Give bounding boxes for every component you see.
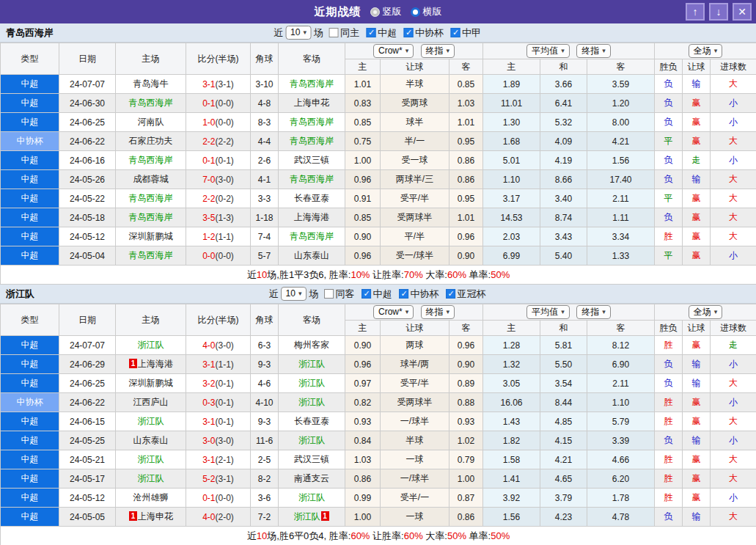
league-checkbox-csl[interactable] [362,289,371,299]
home-team-name: 山东泰山 [133,435,169,445]
mode-label-horizontal[interactable]: 横版 [423,5,442,18]
home-team-cell: 1上海海港 [116,355,186,374]
company-ref-select[interactable]: 终指▾ [421,305,455,319]
halftime-score: (0-0) [216,251,234,261]
avg-home-odds-cell: 1.28 [483,336,540,355]
chevron-down-icon: ▾ [298,288,302,299]
score-cell: 0-0(0-0) [186,246,251,266]
halftime-score: (2-0) [216,512,234,522]
mode-label-vertical[interactable]: 竖版 [383,5,402,18]
away-team-cell: 浙江队1 [279,508,345,527]
goals-result-cell: 小 [711,355,756,374]
radio-icon[interactable] [370,7,380,17]
mode-radio-horizontal[interactable]: 横版 [411,5,442,18]
corners-cell: 7-2 [251,508,279,527]
avg-home-odds-cell: 16.06 [483,393,540,412]
subheader-handicap-result: 让球 [683,321,711,336]
away-team-cell: 梅州客家 [279,336,345,355]
average-ref-select[interactable]: 终指▾ [576,44,611,58]
home-team-name: 青岛西海岸 [129,193,173,203]
crow-away-odds-cell: 0.88 [449,393,483,412]
match-type-cell: 中超 [1,75,59,94]
chevron-down-icon: ▾ [602,45,606,56]
fulltime-score: 3-1 [202,417,215,427]
away-team-name: 上海海港 [294,212,329,222]
company-ref-select[interactable]: 终指▾ [421,44,455,58]
chevron-down-icon: ▾ [602,307,606,318]
same-venue-checkbox[interactable] [324,289,334,299]
window-buttons: ↑ ↓ ✕ [686,3,752,21]
goals-result-cell: 走 [711,336,756,355]
same-venue-checkbox[interactable] [329,28,339,37]
team-section: 青岛西海岸 近 10▾ 场 同主 中超 中协杯 中甲 类型 日期 主场 比分(半… [0,23,756,285]
move-down-button[interactable]: ↓ [709,3,728,21]
chevron-down-icon: ▾ [561,307,565,318]
crow-home-odds-cell: 0.75 [345,132,381,151]
league-checkbox-csl[interactable] [367,28,376,37]
crow-home-odds-cell: 0.82 [345,393,381,412]
radio-icon[interactable] [411,7,420,17]
goals-result-cell: 小 [711,489,756,508]
league-checkbox-acl[interactable] [446,289,455,299]
chevron-down-icon: ▾ [405,45,409,56]
average-select[interactable]: 平均值▾ [526,305,570,319]
scope-select[interactable]: 全场▾ [689,44,723,58]
league-checkbox-facup[interactable] [404,28,414,37]
avg-draw-odds-cell: 3.79 [540,489,587,508]
away-team-name: 山东泰山 [294,250,329,260]
league-checkbox-league1[interactable] [451,28,460,37]
match-date-cell: 24-06-22 [59,393,116,412]
close-icon: ✕ [738,7,746,17]
away-team-name: 武汉三镇 [294,155,329,165]
average-select[interactable]: 平均值▾ [526,44,570,58]
crow-away-odds-cell: 0.90 [449,246,483,266]
recent-count-select[interactable]: 10▾ [281,287,307,301]
handicap-result-cell: 赢 [683,227,711,246]
subheader-away-odds: 客 [449,59,483,75]
home-team-cell: 青岛西海岸 [116,94,186,113]
avg-away-odds-cell: 1.11 [587,208,655,227]
close-button[interactable]: ✕ [733,3,752,21]
handicap-result-cell: 输 [683,431,711,450]
handicap-cell: 半球 [381,75,449,94]
halftime-score: (3-0) [216,340,234,351]
company-select[interactable]: Crow*▾ [373,44,414,58]
home-team-name: 青岛西海岸 [129,98,173,108]
result-cell: 胜 [655,450,683,469]
corners-cell: 2-6 [251,151,279,170]
crow-home-odds-cell: 0.90 [345,336,381,355]
away-team-name: 浙江队 [298,378,325,388]
away-team-name: 青岛西海岸 [290,136,334,146]
corners-cell: 4-1 [251,170,279,189]
average-ref-select[interactable]: 终指▾ [576,305,611,319]
away-team-cell: 青岛西海岸 [279,113,345,132]
handicap-result-cell: 输 [683,75,711,94]
home-team-cell: 江西庐山 [116,393,186,412]
away-team-cell: 浙江队 [279,431,345,450]
score-cell: 3-1(0-1) [186,412,251,431]
handicap-cell: 半/一 [381,132,449,151]
corners-cell: 1-18 [251,208,279,227]
fulltime-score: 5-2 [202,474,215,484]
crow-away-odds-cell: 1.03 [449,94,483,113]
summary-text: 10% [351,269,370,280]
match-type-cell: 中超 [1,508,59,527]
handicap-result-cell: 输 [683,355,711,374]
mode-radio-vertical[interactable]: 竖版 [370,5,402,18]
window-titlebar: 近期战绩 竖版 横版 ↑ ↓ ✕ [0,0,756,23]
team-header: 浙江队 近 10▾ 场 同客 中超 中协杯 亚冠杯 [0,285,756,304]
move-up-button[interactable]: ↑ [686,3,705,21]
league-checkbox-facup[interactable] [399,289,408,299]
crow-home-odds-cell: 1.03 [345,450,381,469]
scope-select[interactable]: 全场▾ [689,305,723,319]
crow-home-odds-cell: 0.84 [345,431,381,450]
handicap-cell: 两球半/三 [381,170,449,189]
company-select[interactable]: Crow*▾ [373,305,414,319]
average-ref-value: 终指 [581,45,599,56]
team-header: 青岛西海岸 近 10▾ 场 同主 中超 中协杯 中甲 [0,23,756,43]
league-label: 中超 [373,288,392,301]
recent-count-select[interactable]: 10▾ [285,26,312,40]
avg-away-odds-cell: 6.90 [587,355,655,374]
handicap-cell: 受一/球半 [381,246,449,266]
goals-result-cell: 大 [711,189,756,208]
